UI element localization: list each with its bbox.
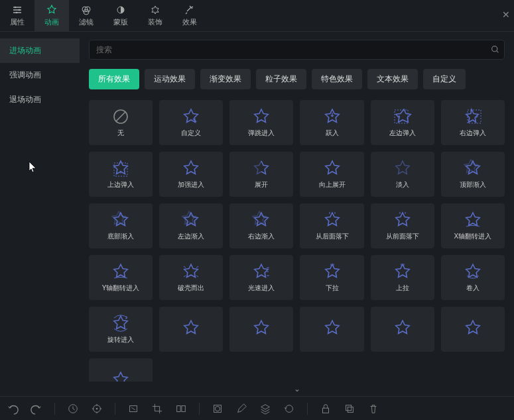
filter-text[interactable]: 文本效果	[367, 69, 418, 89]
star-flip-icon	[111, 262, 130, 281]
effect-label: 右边渐入	[248, 232, 275, 241]
edit-icon	[235, 403, 247, 415]
star-down-icon	[323, 107, 342, 126]
effect-label: 从前面落下	[386, 232, 419, 241]
effect-fade-in[interactable]: 淡入	[371, 152, 434, 197]
effect-drop-back[interactable]: 从后面落下	[300, 203, 363, 248]
star-multi-icon	[252, 211, 271, 229]
top-tab-bar: 属性 动画 滤镜 蒙版 装饰 效果 ✕	[0, 0, 514, 32]
effect-bounce-in[interactable]: 弹跳进入	[229, 100, 293, 145]
tab-attributes[interactable]: 属性	[0, 0, 34, 31]
effect-label: 上边弹入	[107, 180, 134, 189]
filter-all[interactable]: 所有效果	[89, 69, 139, 89]
effect-expand-up[interactable]: 向上展开	[300, 152, 363, 197]
effect-label: 底部渐入	[107, 232, 134, 241]
effect-label: 旋转进入	[107, 335, 134, 344]
svg-rect-20	[323, 408, 329, 413]
effect-extra-6[interactable]	[89, 358, 153, 382]
star-right-icon	[393, 107, 412, 126]
rotate-icon	[283, 403, 295, 415]
star-icon	[182, 159, 200, 178]
effect-right-bounce[interactable]: 右边弹入	[441, 100, 505, 145]
tab-mask[interactable]: 蒙版	[103, 0, 138, 31]
svg-point-0	[15, 6, 17, 8]
target-button[interactable]	[91, 403, 103, 415]
sidebar-item-exit[interactable]: 退场动画	[0, 87, 80, 112]
lock-button[interactable]	[320, 403, 332, 415]
search-input[interactable]	[89, 40, 505, 60]
star-pull-icon	[323, 262, 342, 281]
mask-sq-icon	[212, 403, 224, 415]
layers-button[interactable]	[259, 403, 271, 415]
star-break-icon	[182, 262, 200, 281]
effect-fade-left[interactable]: 左边渐入	[159, 203, 223, 248]
effect-custom[interactable]: 自定义	[159, 100, 223, 145]
effect-extra-1[interactable]	[159, 307, 223, 352]
filter-fade[interactable]: 渐变效果	[200, 69, 251, 89]
mask-sq-button[interactable]	[212, 403, 224, 415]
tab-effect-label: 效果	[182, 17, 197, 27]
effect-jump-in[interactable]: 跃入	[300, 100, 363, 145]
effect-top-bounce[interactable]: 上边弹入	[89, 152, 153, 197]
rotate-button[interactable]	[283, 403, 295, 415]
svg-rect-22	[348, 407, 353, 412]
filter-custom[interactable]: 自定义	[423, 69, 466, 89]
effect-flip-y[interactable]: Y轴翻转进入	[89, 255, 153, 300]
effect-label: 左边渐入	[178, 232, 204, 241]
effect-left-bounce[interactable]: 左边弹入	[371, 100, 434, 145]
effect-roll-in[interactable]: 卷入	[441, 255, 505, 300]
star-icon	[323, 319, 342, 337]
search-icon[interactable]	[491, 45, 499, 56]
forbid-icon	[111, 107, 130, 126]
effect-strong-in[interactable]: 加强进入	[159, 152, 223, 197]
effect-label: 下拉	[326, 284, 339, 293]
undo-button[interactable]	[7, 403, 19, 415]
sparkle-icon	[184, 5, 195, 15]
filter-particle[interactable]: 粒子效果	[256, 69, 306, 89]
copy-button[interactable]	[344, 403, 355, 415]
effect-none[interactable]: 无	[89, 100, 153, 145]
sidebar-item-emphasis[interactable]: 强调动画	[0, 63, 80, 87]
star-edit-icon	[182, 107, 200, 126]
effect-expand[interactable]: 展开	[229, 152, 293, 197]
effect-flip-x[interactable]: X轴翻转进入	[441, 203, 505, 248]
ratio-button[interactable]	[127, 403, 139, 415]
expand-grid[interactable]: ⌄	[89, 382, 505, 396]
history-button[interactable]	[67, 403, 79, 415]
tab-animation[interactable]: 动画	[34, 0, 69, 31]
effect-fade-bottom[interactable]: 底部渐入	[89, 203, 153, 248]
lock-icon	[320, 403, 332, 415]
effect-label: 弹跳进入	[248, 129, 275, 138]
crop-button[interactable]	[151, 403, 163, 415]
tab-effect[interactable]: 效果	[172, 0, 207, 31]
edit-button[interactable]	[235, 403, 247, 415]
effect-drop-front[interactable]: 从前面落下	[371, 203, 434, 248]
tab-filter[interactable]: 滤镜	[69, 0, 103, 31]
effect-fade-right[interactable]: 右边渐入	[229, 203, 293, 248]
effect-label: 卷入	[466, 284, 480, 293]
effect-extra-2[interactable]	[229, 307, 293, 352]
svg-point-19	[215, 406, 220, 411]
effect-fade-top[interactable]: 顶部渐入	[441, 152, 505, 197]
effect-label: 自定义	[181, 129, 201, 138]
filter-motion[interactable]: 运动效果	[145, 69, 195, 89]
toolbar-separator	[199, 403, 200, 415]
tab-decorate[interactable]: 装饰	[138, 0, 172, 31]
sidebar-item-enter[interactable]: 进场动画	[0, 38, 80, 63]
effect-label: 左边弹入	[389, 129, 416, 138]
effect-extra-3[interactable]	[300, 307, 363, 352]
effect-pull-up[interactable]: 上拉	[371, 255, 434, 300]
effect-rotate-in[interactable]: 旋转进入	[89, 307, 153, 352]
effect-extra-5[interactable]	[441, 307, 505, 352]
effect-light-in[interactable]: 光速进入	[229, 255, 293, 300]
trash-button[interactable]	[367, 403, 379, 415]
close-icon[interactable]: ✕	[502, 9, 510, 20]
effect-pull-down[interactable]: 下拉	[300, 255, 363, 300]
effect-break-out[interactable]: 破壳而出	[159, 255, 223, 300]
svg-point-14	[96, 407, 98, 409]
compare-button[interactable]	[175, 403, 187, 415]
effect-extra-4[interactable]	[371, 307, 434, 352]
filter-special[interactable]: 特色效果	[312, 69, 362, 89]
star-split-icon	[252, 159, 271, 178]
redo-button[interactable]	[31, 403, 42, 415]
